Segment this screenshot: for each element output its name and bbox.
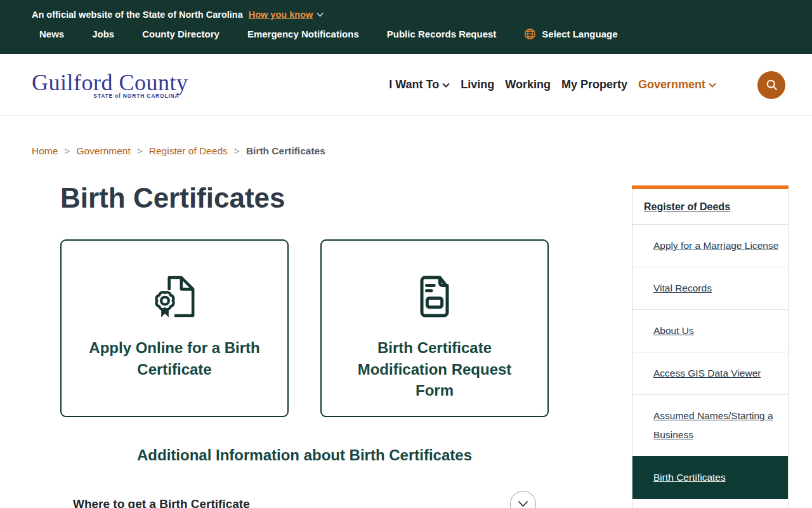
section-heading: Additional Information about Birth Certi…	[60, 446, 549, 464]
utility-nav-county-directory[interactable]: County Directory	[142, 29, 219, 39]
globe-icon	[524, 28, 536, 40]
card-label: Apply Online for a Birth Certificate	[78, 337, 272, 380]
nav-my-property-label: My Property	[561, 78, 627, 91]
accordion-label: Where to get a Birth Certificate	[73, 497, 250, 508]
breadcrumb: Home > Government > Register of Deeds > …	[0, 116, 812, 157]
chevron-down-icon	[442, 83, 450, 88]
sidebar-menu: Register of Deeds Apply for a Marriage L…	[632, 189, 789, 508]
utility-nav: News Jobs County Directory Emergency Not…	[32, 28, 812, 40]
utility-nav-emergency-notifications[interactable]: Emergency Notifications	[247, 29, 359, 39]
apply-online-birth-certificate-card[interactable]: Apply Online for a Birth Certificate	[60, 239, 289, 417]
page-content: Home > Government > Register of Deeds > …	[0, 116, 812, 508]
language-selector[interactable]: Select Language	[524, 28, 617, 40]
government-banner: An official website of the State of Nort…	[0, 0, 812, 54]
breadcrumb-separator: >	[234, 145, 240, 157]
nav-i-want-to-label: I Want To	[389, 78, 439, 91]
section-sidebar: Register of Deeds Apply for a Marriage L…	[632, 185, 789, 508]
action-cards: Apply Online for a Birth Certificate Bir…	[60, 239, 549, 417]
nav-i-want-to[interactable]: I Want To	[389, 78, 450, 91]
nav-living-label: Living	[461, 78, 494, 91]
nav-working-label: Working	[505, 78, 551, 91]
search-icon	[765, 78, 778, 91]
accordion-expand-button[interactable]	[510, 491, 536, 508]
nav-government[interactable]: Government	[638, 78, 716, 91]
sidebar-item-assumed-names[interactable]: Assumed Names/Starting a Business	[632, 394, 788, 456]
guilford-county-logo[interactable]: Guilford County STATE of NORTH CAROLINA	[32, 71, 188, 99]
main-nav: I Want To Living Working My Property Gov…	[389, 78, 716, 91]
nav-working[interactable]: Working	[505, 78, 551, 91]
breadcrumb-government[interactable]: Government	[76, 145, 130, 157]
card-label: Birth Certificate Modification Request F…	[338, 337, 532, 401]
main-content: Birth Certificates Apply Online for a Bi…	[60, 182, 549, 508]
chevron-down-icon	[709, 83, 716, 88]
nav-government-label: Government	[638, 78, 705, 91]
form-icon	[409, 271, 460, 322]
modification-request-form-card[interactable]: Birth Certificate Modification Request F…	[320, 239, 549, 417]
utility-nav-jobs[interactable]: Jobs	[92, 29, 114, 39]
chevron-down-icon	[317, 12, 324, 17]
breadcrumb-separator: >	[64, 145, 70, 157]
sidebar-item-birth-certificates[interactable]: Birth Certificates	[632, 456, 788, 498]
nav-my-property[interactable]: My Property	[561, 78, 627, 91]
breadcrumb-separator: >	[137, 145, 143, 157]
language-selector-label: Select Language	[542, 29, 617, 39]
how-you-know-link[interactable]: How you know	[249, 10, 313, 20]
site-header: Guilford County STATE of NORTH CAROLINA …	[0, 54, 812, 116]
breadcrumb-register-of-deeds[interactable]: Register of Deeds	[149, 145, 228, 157]
sidebar-item-death-certificates[interactable]: Death Certificates	[632, 498, 788, 508]
sidebar-item-about-us[interactable]: About Us	[632, 309, 788, 352]
utility-nav-news[interactable]: News	[39, 29, 64, 39]
utility-nav-public-records-request[interactable]: Public Records Request	[387, 29, 497, 39]
official-site-text: An official website of the State of Nort…	[32, 10, 243, 20]
page-title: Birth Certificates	[60, 182, 549, 214]
sidebar-item-vital-records[interactable]: Vital Records	[632, 267, 788, 309]
nav-living[interactable]: Living	[461, 78, 494, 91]
certificate-icon	[149, 271, 200, 322]
accordion-where-to-get[interactable]: Where to get a Birth Certificate	[73, 491, 536, 508]
breadcrumb-current: Birth Certificates	[246, 145, 325, 157]
sidebar-item-gis-data-viewer[interactable]: Access GIS Data Viewer	[632, 352, 788, 394]
chevron-down-icon	[518, 500, 528, 507]
search-button[interactable]	[757, 71, 785, 99]
logo-title: Guilford County	[32, 71, 188, 94]
sidebar-title-register-of-deeds[interactable]: Register of Deeds	[632, 189, 788, 224]
breadcrumb-home[interactable]: Home	[32, 145, 58, 157]
sidebar-item-marriage-license[interactable]: Apply for a Marriage License	[632, 224, 788, 267]
